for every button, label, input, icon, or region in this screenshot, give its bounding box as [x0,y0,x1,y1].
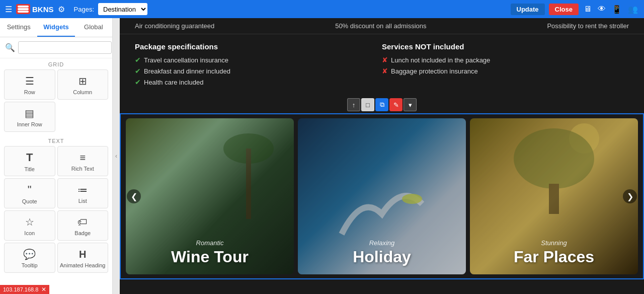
tab-widgets[interactable]: Widgets [37,18,74,37]
logo-area: BKNS [16,4,54,14]
card-content-1: Romantic Wine Tour [126,233,294,274]
card-content-2: Relaxing Holiday [298,233,466,274]
widget-icon[interactable]: ☆ Icon [4,210,55,241]
sidebar-tabs: Settings Widgets Global [0,18,112,37]
search-box: 🔍 ✕ [0,37,112,58]
pkg-item-2: ✔ Breakfast and dinner included [135,67,382,75]
sidebar: Settings Widgets Global 🔍 ✕ GRID ☰ Row ⊞… [0,18,113,294]
svg-rect-0 [18,6,29,8]
pages-select[interactable]: Destination Home About Contact [98,3,147,15]
strip-item-3: Possibility to rent the stroller [547,22,629,30]
pkg-excl-2: ✘ Baggage protection insurance [382,67,629,75]
animated-heading-label: Animated Heading [60,262,106,268]
widget-column[interactable]: ⊞ Column [57,69,109,100]
check-icon-2: ✔ [135,67,141,75]
top-bar: ☰ BKNS ⚙ Pages: Destination Home About C… [0,0,644,18]
grid-widgets: ☰ Row ⊞ Column ▤ Inner Row [0,69,112,135]
collapse-icon: ‹ [115,153,117,160]
responsive-icon[interactable]: 📱 [612,5,622,14]
widget-inner-row[interactable]: ▤ Inner Row [4,102,55,132]
badge-label: Badge [74,230,91,236]
widget-badge[interactable]: 🏷 Badge [57,210,109,241]
package-excluded: Services NOT included ✘ Lunch not includ… [382,42,629,89]
tab-settings[interactable]: Settings [0,18,37,37]
users-icon[interactable]: 👥 [628,5,638,14]
widget-row[interactable]: ☰ Row [4,69,55,100]
tab-global[interactable]: Global [75,18,112,37]
carousel-card-3: Stunning Far Places [470,118,638,274]
strip-item-2: 50% discount on all admissions [335,22,426,30]
monitor-icon[interactable]: 🖥 [584,5,592,14]
grid-section-label: GRID [0,58,112,69]
text-section-label: TEXT [0,135,112,146]
package-included: Package specifications ✔ Travel cancella… [135,42,382,89]
carousel-prev-btn[interactable]: ❮ [127,189,141,203]
carousel-section: ❮ Romantic Wine Tour [120,113,644,279]
cross-icon-2: ✘ [382,67,388,75]
search-input[interactable] [18,41,112,54]
widget-title[interactable]: T Title [4,146,55,176]
ip-badge: 103.187.168.8 ✕ [0,285,49,294]
close-button[interactable]: Close [549,4,579,15]
badge-icon: 🏷 [77,216,88,228]
text-widgets: T Title ≡ Rich Text " Quote ≔ List ☆ Ico… [0,146,112,276]
top-bar-left: ☰ BKNS ⚙ Pages: Destination Home About C… [5,3,147,15]
list-label: List [78,198,87,204]
top-bar-right: Update Close 🖥 👁 📱 👥 [511,4,639,15]
widget-quote[interactable]: " Quote [4,178,55,208]
package-included-title: Package specifications [135,42,382,51]
title-icon: T [26,151,33,164]
pages-label: Pages: [74,6,94,13]
carousel-items: Romantic Wine Tour Relaxing [126,114,638,278]
list-icon: ≔ [77,184,88,196]
animated-heading-icon: H [79,249,86,260]
row-label: Row [24,89,35,95]
hamburger-icon[interactable]: ☰ [5,5,12,14]
cross-icon-1: ✘ [382,56,388,64]
top-strip: Air conditioning guaranteed 50% discount… [120,18,644,34]
toolbar-row: ↑ □ ⧉ ✎ ▾ [120,95,644,113]
toolbar-square-btn[interactable]: □ [361,98,374,111]
card-content-3: Stunning Far Places [470,233,638,274]
gear-icon[interactable]: ⚙ [58,5,65,14]
row-icon: ☰ [25,75,34,87]
svg-rect-2 [18,11,29,13]
widget-tooltip[interactable]: 💬 Tooltip [4,243,55,273]
canvas-area: Air conditioning guaranteed 50% discount… [120,18,644,294]
widget-rich-text[interactable]: ≡ Rich Text [57,146,109,176]
pkg-item-1: ✔ Travel cancellation insurance [135,56,382,64]
check-icon-3: ✔ [135,78,141,86]
title-label: Title [25,166,35,172]
logo-icon [16,4,30,14]
logo-text: BKNS [32,5,54,14]
carousel-next-btn[interactable]: ❯ [623,189,637,203]
card-title-3: Far Places [478,248,630,266]
card-subtitle-1: Romantic [134,239,286,247]
toolbar-float: ↑ □ ⧉ ✎ ▾ [347,98,417,111]
package-section: Package specifications ✔ Travel cancella… [120,34,644,95]
toolbar-copy-btn[interactable]: ⧉ [375,98,388,111]
toolbar-edit-btn[interactable]: ✎ [389,98,403,111]
toolbar-more-btn[interactable]: ▾ [404,98,417,111]
eye-icon[interactable]: 👁 [598,5,606,14]
pkg-excl-1: ✘ Lunch not included in the package [382,56,629,64]
sidebar-collapse[interactable]: ‹ [113,18,120,294]
ip-close-btn[interactable]: ✕ [41,286,46,293]
update-button[interactable]: Update [511,4,545,15]
quote-label: Quote [22,198,37,204]
icon-label: Icon [24,230,35,236]
column-label: Column [73,89,92,95]
carousel-card-1: Romantic Wine Tour [126,118,294,274]
rich-text-label: Rich Text [71,166,94,172]
card-title-2: Holiday [306,248,458,266]
widget-list[interactable]: ≔ List [57,178,109,208]
quote-icon: " [28,183,32,196]
column-icon: ⊞ [78,75,87,87]
pkg-item-3: ✔ Health care included [135,78,382,86]
tooltip-icon: 💬 [23,248,36,260]
ip-address: 103.187.168.8 [3,286,38,292]
toolbar-move-btn[interactable]: ↑ [347,98,360,111]
widget-animated-heading[interactable]: H Animated Heading [57,243,109,273]
svg-rect-1 [18,8,29,10]
card-subtitle-3: Stunning [478,239,630,247]
